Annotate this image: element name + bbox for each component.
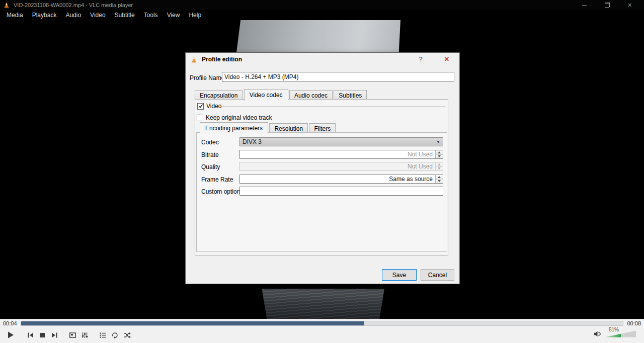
menu-video[interactable]: Video [86,11,110,20]
bitrate-spinner[interactable]: Not Used [239,150,443,159]
cancel-button[interactable]: Cancel [421,269,454,281]
codec-value: DIVX 3 [243,138,436,145]
current-time: 00:04 [3,320,17,326]
menu-media[interactable]: Media [2,11,28,20]
spinner-down-icon[interactable] [436,154,443,159]
profile-name-label: Profile Name [190,74,224,81]
volume-percent-label: 51% [609,327,619,332]
menu-subtitle[interactable]: Subtitle [110,11,139,20]
stop-button[interactable] [36,328,48,342]
codec-tabs: Encapsulation Video codec Audio codec Su… [195,89,366,100]
dialog-close-button[interactable]: × [441,54,452,64]
profile-edition-dialog: Profile edition ? × Profile Name Encapsu… [185,52,460,284]
extended-settings-button[interactable] [78,328,91,342]
menu-playback[interactable]: Playback [28,11,61,20]
restore-button[interactable] [596,0,618,10]
total-time: 00:08 [627,320,641,326]
window-titlebar: VID-20231108-WA0002.mp4 - VLC media play… [0,0,644,10]
frame-rate-label: Frame Rate [201,176,233,183]
next-button[interactable] [48,328,60,342]
close-button[interactable]: × [618,0,641,10]
minimize-button[interactable] [573,0,596,10]
spinner-down-icon [436,166,443,171]
video-frame-bottom [261,289,384,319]
menu-audio[interactable]: Audio [61,11,86,20]
bitrate-spinner-arrows[interactable] [435,150,443,158]
quality-spinner: Not Used [239,162,443,171]
play-button[interactable] [3,328,18,342]
video-checkbox[interactable]: Video [197,103,221,110]
seek-row: 00:04 00:08 [0,319,644,327]
seek-slider[interactable] [21,321,624,326]
restore-icon [605,3,610,8]
menu-help[interactable]: Help [184,11,206,20]
codec-label: Codec [201,139,219,146]
vlc-window: { "colors": { "accent": "#0078d7", "seek… [0,0,644,343]
groupbox-line [222,106,445,107]
vlc-cone-icon [3,2,10,9]
spinner-up-icon[interactable] [436,150,443,154]
custom-options-input[interactable] [239,187,443,196]
shuffle-button[interactable] [121,328,133,342]
speaker-icon [594,330,601,337]
custom-options-label: Custom options [201,188,243,195]
keep-original-track-label: Keep original video track [206,114,272,121]
video-frame-top [236,20,400,52]
window-title: VID-20231108-WA0002.mp4 - VLC media play… [14,2,133,8]
video-codec-panel: Video Keep original video track Encoding… [195,99,448,256]
loop-button[interactable] [109,328,121,342]
subtab-encoding-parameters[interactable]: Encoding parameters [200,122,268,134]
bitrate-value: Not Used [240,151,435,158]
controls-row: 51% [0,327,644,343]
playlist-button[interactable] [97,328,109,342]
window-controls: × [573,0,641,10]
vlc-cone-icon [190,56,198,63]
video-checkbox-label: Video [206,103,221,110]
spinner-down-icon[interactable] [436,179,443,184]
checkbox-unchecked-icon [197,115,203,121]
menu-bar: Media Playback Audio Video Subtitle Tool… [0,10,644,20]
fullscreen-button[interactable] [66,328,78,342]
custom-options-wrap [239,187,443,196]
quality-value: Not Used [240,163,435,170]
frame-rate-spinner[interactable]: Same as source [239,175,443,184]
profile-name-input[interactable] [222,72,454,81]
previous-button[interactable] [24,328,36,342]
frame-rate-value: Same as source [240,176,435,183]
menu-tools[interactable]: Tools [139,11,163,20]
bitrate-label: Bitrate [201,151,219,158]
seek-progress [21,321,364,325]
player-bar: 00:04 00:08 [0,319,644,343]
tab-video-codec[interactable]: Video codec [244,89,288,101]
dialog-title: Profile edition [202,56,242,63]
encoding-parameters-panel: Codec DIVX 3 ▼ Bitrate Not Used Quality … [196,132,447,252]
codec-dropdown[interactable]: DIVX 3 ▼ [239,137,443,146]
keep-original-track-checkbox[interactable]: Keep original video track [197,114,272,121]
encoding-subtabs: Encoding parameters Resolution Filters [200,122,335,133]
volume-area: 51% [594,330,641,340]
menu-view[interactable]: View [163,11,185,20]
save-button[interactable]: Save [382,269,417,281]
quality-spinner-arrows [435,162,443,170]
chevron-down-icon: ▼ [436,140,440,144]
spinner-up-icon[interactable] [436,175,443,179]
frame-rate-spinner-arrows[interactable] [435,175,443,183]
quality-label: Quality [201,163,220,170]
help-button[interactable]: ? [416,55,425,64]
minimize-icon [582,5,587,6]
checkbox-checked-icon [197,103,204,110]
spinner-up-icon [436,162,443,166]
close-icon: × [627,2,631,9]
